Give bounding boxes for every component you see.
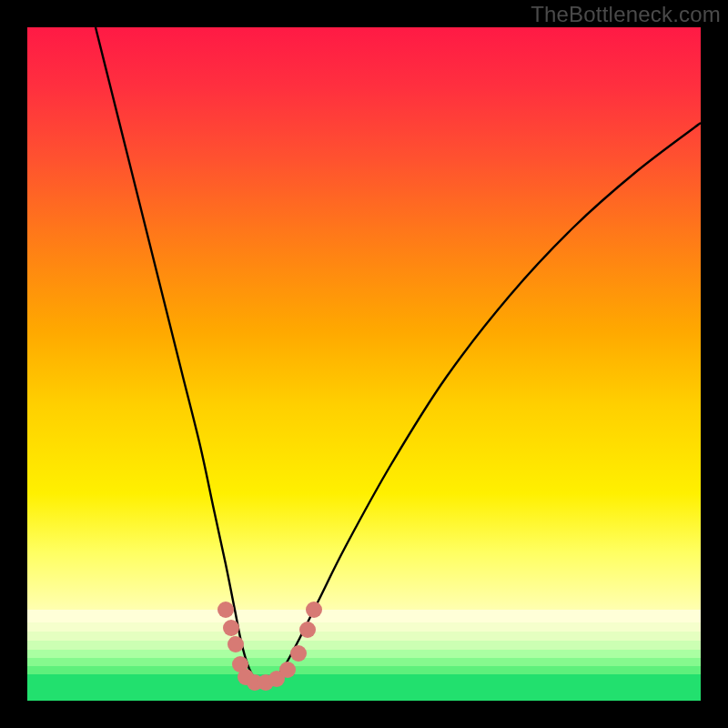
curve-marker [228, 636, 244, 652]
curve-marker [306, 602, 322, 618]
curve-marker [299, 622, 316, 638]
bottleneck-curve [96, 27, 701, 684]
outer-frame: TheBottleneck.com [0, 0, 728, 728]
curve-markers [217, 602, 322, 691]
watermark-text: TheBottleneck.com [531, 2, 721, 27]
chart-svg [27, 27, 701, 701]
curve-marker [223, 620, 239, 636]
curve-marker [217, 602, 234, 618]
curve-marker [290, 645, 307, 662]
plot-area [27, 27, 701, 701]
curve-marker [279, 662, 296, 678]
